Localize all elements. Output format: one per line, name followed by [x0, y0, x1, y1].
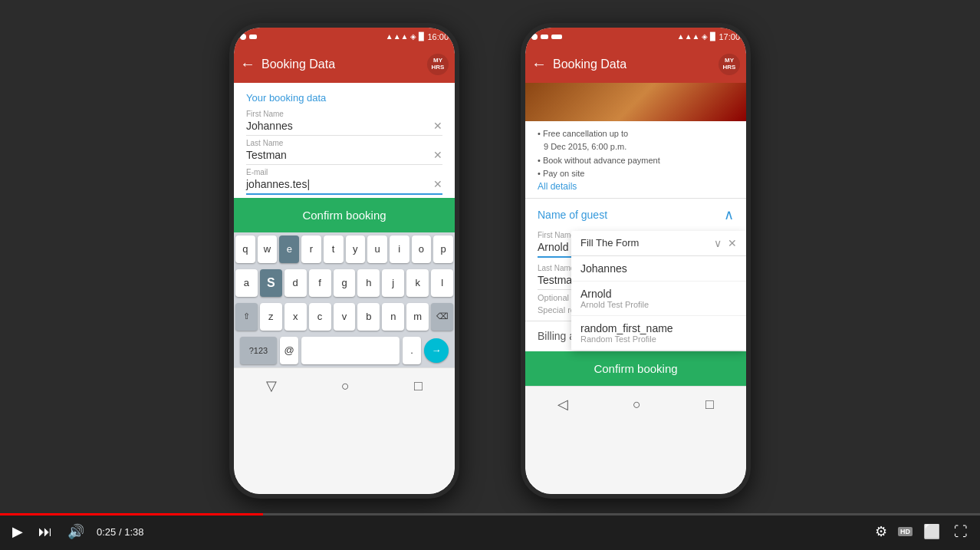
nav-home-right[interactable]: ○	[633, 397, 641, 413]
nav-home-left[interactable]: ○	[341, 378, 350, 394]
key-e[interactable]: e	[279, 235, 299, 263]
autocomplete-item-0[interactable]: Johannes	[571, 256, 746, 282]
first-name-field[interactable]: First Name Johannes ✕	[246, 110, 442, 136]
key-x[interactable]: x	[284, 303, 307, 331]
settings-button[interactable]: ⚙	[872, 520, 890, 543]
key-u[interactable]: u	[367, 235, 387, 263]
back-button-left[interactable]: ←	[240, 55, 255, 73]
key-a[interactable]: a	[235, 269, 258, 297]
keyboard-row-1: q w e r t y u i o p	[234, 232, 455, 266]
profile-icon-right[interactable]: MYHRS	[719, 54, 740, 75]
status-right: ▲▲▲ ◈ ▉ 16:00	[386, 32, 449, 41]
key-i[interactable]: i	[390, 235, 409, 263]
clear-first-name[interactable]: ✕	[433, 120, 442, 132]
skip-button[interactable]: ⏭	[35, 521, 55, 543]
autocomplete-item-2-name: random_first_name	[580, 322, 737, 334]
key-s[interactable]: S	[260, 269, 282, 297]
keyboard-row-4: ?123 @ . →	[234, 334, 455, 367]
key-period[interactable]: .	[403, 337, 421, 364]
last-name-label: Last Name	[246, 139, 442, 147]
phone-right: ▲▲▲ ◈ ▉ 17:00 ← Booking Data MYHRS	[521, 23, 751, 499]
autocomplete-item-1[interactable]: Arnold Arnold Test Profile	[571, 282, 746, 316]
key-w[interactable]: w	[258, 235, 278, 263]
first-name-value: Johannes ✕	[246, 120, 442, 132]
status-indicator-r2	[541, 35, 548, 39]
key-d[interactable]: d	[284, 269, 307, 297]
key-p[interactable]: p	[433, 235, 453, 263]
name-of-guest-header[interactable]: Name of guest ∧	[525, 199, 746, 231]
video-controls: ▶ ⏭ 🔊 0:25 / 1:38 ⚙ HD ⬜ ⛶	[0, 513, 980, 550]
key-submit[interactable]: →	[424, 338, 449, 363]
autocomplete-expand-icon[interactable]: ∨	[714, 237, 722, 249]
autocomplete-item-2-sub: Random Test Profile	[580, 334, 737, 344]
controls-right: ⚙ HD ⬜ ⛶	[872, 520, 971, 543]
progress-bar-fill	[0, 513, 263, 515]
nav-back-right[interactable]: ◁	[557, 396, 568, 413]
confirm-button-right[interactable]: Confirm booking	[525, 351, 746, 386]
collapse-icon[interactable]: ∧	[724, 206, 734, 223]
autocomplete-item-1-sub: Arnold Test Profile	[580, 300, 737, 309]
hotel-image	[525, 83, 746, 121]
key-space[interactable]	[301, 337, 400, 364]
key-y[interactable]: y	[346, 235, 366, 263]
fullscreen-button[interactable]: ⛶	[951, 521, 971, 543]
status-time-right: 17:00	[719, 32, 740, 41]
key-z[interactable]: z	[260, 303, 282, 331]
key-f[interactable]: f	[309, 269, 331, 297]
nav-recent-left[interactable]: □	[414, 378, 423, 394]
key-c[interactable]: c	[309, 303, 331, 331]
clear-email[interactable]: ✕	[433, 178, 442, 190]
time-display: 0:25 / 1:38	[97, 526, 143, 538]
email-field[interactable]: E-mail johannes.tes| ✕	[246, 168, 442, 195]
clear-last-name[interactable]: ✕	[433, 149, 442, 161]
key-backspace[interactable]: ⌫	[431, 303, 453, 331]
key-r[interactable]: r	[301, 235, 321, 263]
status-indicator-1	[240, 34, 246, 40]
phones-container: ▲▲▲ ◈ ▉ 16:00 ← Booking Data MYHRS Your …	[0, 8, 980, 513]
profile-icon-left[interactable]: MYHRS	[427, 54, 449, 75]
nav-recent-right[interactable]: □	[705, 397, 714, 413]
info-section: • Free cancellation up to 9 Dec 2015, 6:…	[525, 121, 746, 198]
key-o[interactable]: o	[412, 235, 432, 263]
key-at[interactable]: @	[280, 337, 298, 364]
key-symbols[interactable]: ?123	[240, 337, 277, 364]
keyboard-row-2: a S d f g h j k l	[234, 266, 455, 300]
last-name-field[interactable]: Last Name Testman ✕	[246, 139, 442, 165]
key-b[interactable]: b	[357, 303, 380, 331]
key-g[interactable]: g	[334, 269, 356, 297]
play-button[interactable]: ▶	[9, 520, 26, 543]
phone-left: ▲▲▲ ◈ ▉ 16:00 ← Booking Data MYHRS Your …	[229, 23, 459, 499]
app-bar-left: ← Booking Data MYHRS	[234, 46, 455, 83]
nav-back-left[interactable]: ▽	[266, 377, 277, 394]
key-t[interactable]: t	[324, 235, 344, 263]
status-bar-right: ▲▲▲ ◈ ▉ 17:00	[525, 28, 746, 46]
key-shift[interactable]: ⇧	[235, 303, 258, 331]
battery-icon: ▉	[419, 32, 425, 41]
confirm-button-left[interactable]: Confirm booking	[234, 198, 455, 232]
status-indicator-r3	[551, 35, 562, 39]
email-label: E-mail	[246, 168, 442, 176]
key-q[interactable]: q	[235, 235, 255, 263]
keyboard-row-3: ⇧ z x c v b n m ⌫	[234, 300, 455, 334]
progress-bar-container[interactable]	[0, 513, 980, 515]
first-name-label: First Name	[246, 110, 442, 118]
key-m[interactable]: m	[406, 303, 429, 331]
autocomplete-item-1-name: Arnold	[580, 288, 737, 300]
key-k[interactable]: k	[406, 269, 429, 297]
app-bar-right: ← Booking Data MYHRS	[525, 46, 746, 83]
keyboard: q w e r t y u i o p a S d	[234, 232, 455, 367]
key-j[interactable]: j	[382, 269, 404, 297]
autocomplete-item-2[interactable]: random_first_name Random Test Profile	[571, 316, 746, 351]
status-bar-left: ▲▲▲ ◈ ▉ 16:00	[234, 28, 455, 46]
autocomplete-close-icon[interactable]: ✕	[728, 237, 737, 249]
theater-button[interactable]: ⬜	[920, 520, 943, 543]
all-details-link[interactable]: All details	[538, 181, 734, 192]
volume-button[interactable]: 🔊	[64, 520, 87, 543]
key-h[interactable]: h	[357, 269, 380, 297]
app-title-left: Booking Data	[261, 58, 421, 71]
key-v[interactable]: v	[334, 303, 356, 331]
status-indicator-r1	[531, 34, 538, 40]
key-l[interactable]: l	[431, 269, 453, 297]
key-n[interactable]: n	[382, 303, 404, 331]
back-button-right[interactable]: ←	[531, 55, 547, 73]
